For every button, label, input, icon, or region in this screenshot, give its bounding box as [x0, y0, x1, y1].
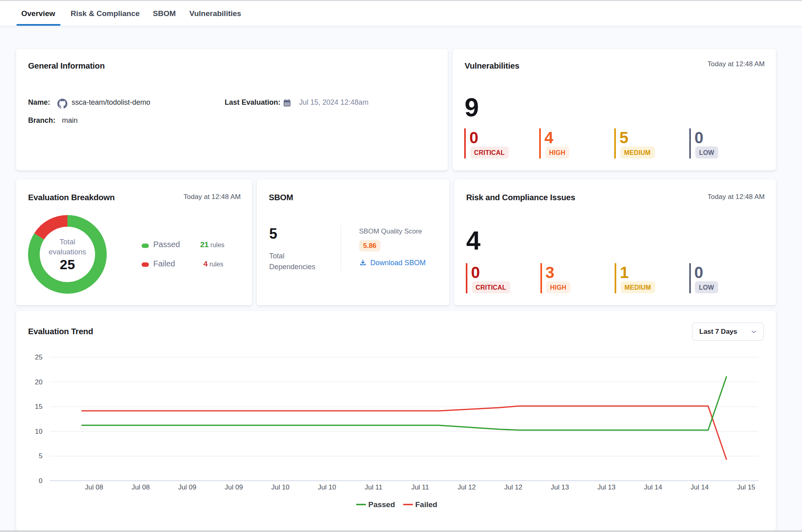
svg-text:Jul 08: Jul 08: [132, 483, 150, 491]
svg-text:Jul 13: Jul 13: [597, 483, 615, 491]
svg-text:15: 15: [35, 403, 43, 410]
svg-text:Jul 10: Jul 10: [271, 483, 289, 491]
svg-text:Jul 13: Jul 13: [551, 483, 569, 491]
svg-text:20: 20: [35, 378, 43, 386]
svg-text:Jul 11: Jul 11: [411, 483, 429, 491]
svg-text:Passed: Passed: [368, 500, 395, 509]
svg-text:5: 5: [39, 452, 43, 460]
svg-text:Jul 14: Jul 14: [644, 483, 662, 491]
svg-text:Jul 12: Jul 12: [504, 483, 522, 491]
svg-text:10: 10: [35, 428, 43, 435]
svg-text:Jul 11: Jul 11: [365, 483, 382, 491]
svg-text:Failed: Failed: [415, 500, 437, 509]
svg-text:Jul 10: Jul 10: [318, 483, 336, 491]
svg-text:25: 25: [35, 353, 43, 361]
svg-text:Jul 08: Jul 08: [85, 483, 103, 491]
svg-text:0: 0: [39, 477, 43, 485]
svg-text:Jul 15: Jul 15: [737, 483, 755, 491]
svg-text:Jul 14: Jul 14: [690, 483, 709, 491]
svg-text:Jul 09: Jul 09: [178, 483, 196, 491]
svg-text:Jul 09: Jul 09: [225, 483, 243, 491]
svg-text:Jul 12: Jul 12: [458, 483, 476, 491]
